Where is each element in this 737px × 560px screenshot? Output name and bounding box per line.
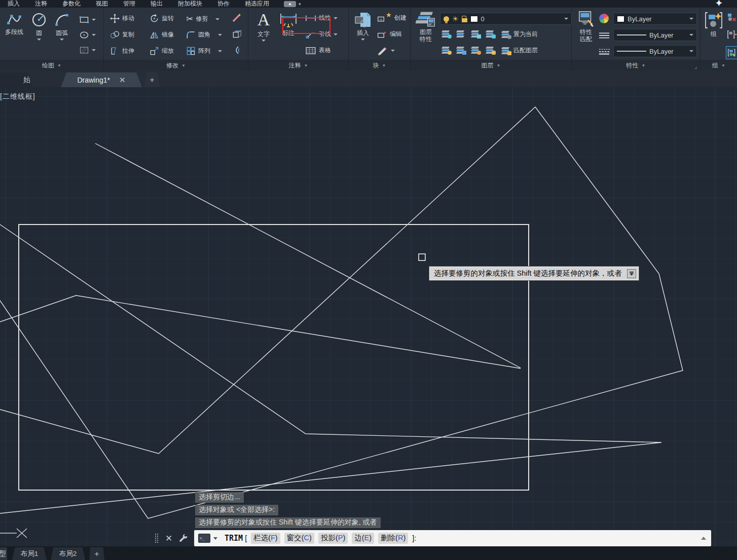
viewport-controls-label[interactable]: ][二维线框] [0,92,35,101]
command-history-expand-icon[interactable] [701,537,706,540]
model-tab[interactable]: 模型 [0,547,7,560]
panel-caption-annotate[interactable]: 注释▼ [248,60,348,71]
customize-wrench-icon[interactable] [178,534,189,544]
new-layout-tab-button[interactable]: + [89,547,104,560]
diagonal-line[interactable] [95,143,521,368]
tab-addins[interactable]: 附加模块 [170,0,210,8]
hatch-dropdown-icon[interactable] [92,49,96,51]
linetype-dropdown[interactable]: ByLayer [613,29,697,41]
command-dock-close-icon[interactable]: ✕ [165,533,172,544]
arc-button[interactable]: 圆弧 [51,12,73,41]
tab-output[interactable]: 输出 [143,0,170,8]
start-tab[interactable]: 始 [0,72,33,87]
layer-thaw-icon[interactable] [470,46,481,54]
fillet-dropdown-icon[interactable] [218,34,222,36]
offset-button[interactable] [232,45,242,55]
stretch-button[interactable]: 拉伸 [110,46,134,56]
lineweight-button[interactable] [599,48,610,55]
object-color-dropdown[interactable]: ByLayer [613,13,697,25]
layout1-tab[interactable]: 布局1 [12,547,47,560]
layer-unlock-chip-icon[interactable] [485,46,495,54]
circle-dropdown-icon[interactable] [37,39,41,41]
command-prompt-icon[interactable]: >_ [198,534,210,543]
array-dropdown-icon[interactable] [218,50,222,52]
option-edge[interactable]: 边E [352,533,374,544]
recent-commands-dropdown-icon[interactable] [213,537,217,540]
tab-parametric[interactable]: 参数化 [55,0,88,8]
arc-dropdown-icon[interactable] [60,39,64,41]
set-current-button[interactable]: 置为当前 [501,30,538,39]
group-button[interactable]: 组 [703,12,725,39]
lineweight-dropdown[interactable]: ByLayer [613,45,697,57]
create-block-button[interactable]: ★ 创建 [377,14,407,22]
ribbon-minimize-dropdown-icon[interactable]: ▾ [299,2,301,7]
match-layer-button[interactable]: 匹配图层 [501,46,538,55]
ribbon-minimize-button[interactable]: ▲ [284,1,296,7]
polyline-button[interactable]: 多段线 [1,12,27,36]
layout2-tab[interactable]: 布局2 [51,547,85,560]
new-drawing-tab-button[interactable]: + [144,72,160,87]
panel-caption-modify[interactable]: 修改▼ [104,60,248,71]
color-wheel-button[interactable] [599,14,609,23]
ellipse-tool-button[interactable] [79,31,96,39]
tab-collaborate[interactable]: 协作 [210,0,237,8]
panel-expander-icon[interactable]: ⌟ [694,64,697,69]
layer-select-dropdown[interactable]: ☀ 0 [440,13,572,25]
text-dropdown-icon[interactable] [262,40,266,42]
layer-off-icon[interactable] [441,30,451,38]
panel-caption-group[interactable]: 组▼ [701,60,737,71]
edit-attributes-button[interactable] [377,46,395,55]
circle-button[interactable]: 圆 [29,12,49,41]
tab-annotate[interactable]: 注释 [27,0,55,8]
lineweight-dropdown-icon[interactable] [689,50,693,52]
group-edit-button[interactable] [727,30,737,39]
erase-button[interactable] [232,13,242,23]
panel-caption-layers[interactable]: 图层▼ [411,60,571,71]
mirror-button[interactable]: 镜像 [150,30,174,40]
fillet-button[interactable]: 圆角 [186,30,222,40]
layer-dropdown-icon[interactable] [564,18,568,20]
trim-button[interactable]: ✂ 修剪 [186,14,219,24]
option-crossing[interactable]: 窗交C [284,533,314,544]
layer-on-icon[interactable] [441,46,451,54]
close-drawing-icon[interactable]: ✕ [119,76,126,85]
group-selection-toggle-button[interactable] [726,46,737,59]
tab-insert[interactable]: 插入 [0,0,27,8]
option-project[interactable]: 投影P [318,533,348,544]
edit-block-button[interactable]: 编辑 [377,30,402,39]
linetype-dropdown-icon[interactable] [689,34,693,36]
trim-dropdown-icon[interactable] [215,18,219,20]
rectangle-dropdown-icon[interactable] [92,19,96,21]
copy-button[interactable]: 复制 [110,30,134,40]
tab-featured-apps[interactable]: 精选应用 [237,0,277,8]
tab-view[interactable]: 视图 [88,0,116,8]
rotate-button[interactable]: 旋转 [150,14,174,23]
insert-block-button[interactable]: 插入 [352,12,374,41]
explode-button[interactable] [232,29,242,39]
layer-freeze-icon[interactable] [470,30,481,38]
leader-dropdown-icon[interactable] [334,33,338,35]
model-space[interactable] [0,87,737,560]
ungroup-button[interactable] [727,13,737,22]
rectangle-tool-button[interactable] [79,16,96,24]
layer-unisolate-icon[interactable] [456,46,466,54]
layer-properties-button[interactable]: 图层 特性 [414,11,438,42]
array-button[interactable]: 阵列 [186,46,222,56]
layer-lock-icon[interactable] [485,30,495,38]
mountain-zigzag-polyline[interactable] [0,107,683,518]
match-properties-button[interactable]: 特性 匹配 [575,11,597,42]
command-line-bar[interactable]: >_ TRIM [ 栏选F 窗交C 投影P 边E 删除R ]: [194,530,711,546]
insert-dropdown-icon[interactable] [361,39,365,41]
edit-attributes-dropdown-icon[interactable] [391,50,395,52]
move-button[interactable]: 移动 [110,14,134,23]
command-dock-drag-handle[interactable] [155,534,159,543]
drawing-canvas[interactable]: ][二维线框] 选择要修剪的对象或按住 Shift 键选择要延伸的对象，或者 选… [0,87,737,560]
option-fence[interactable]: 栏选F [251,533,280,544]
linear-dropdown-icon[interactable] [334,17,338,19]
tab-manage[interactable]: 管理 [116,0,143,8]
text-button[interactable]: A 文字 [253,11,274,42]
low-peak-polyline[interactable] [0,295,521,368]
object-color-dropdown-icon[interactable] [689,18,693,20]
option-erase[interactable]: 删除R [378,533,408,544]
scale-button[interactable]: 缩放 [150,46,174,56]
